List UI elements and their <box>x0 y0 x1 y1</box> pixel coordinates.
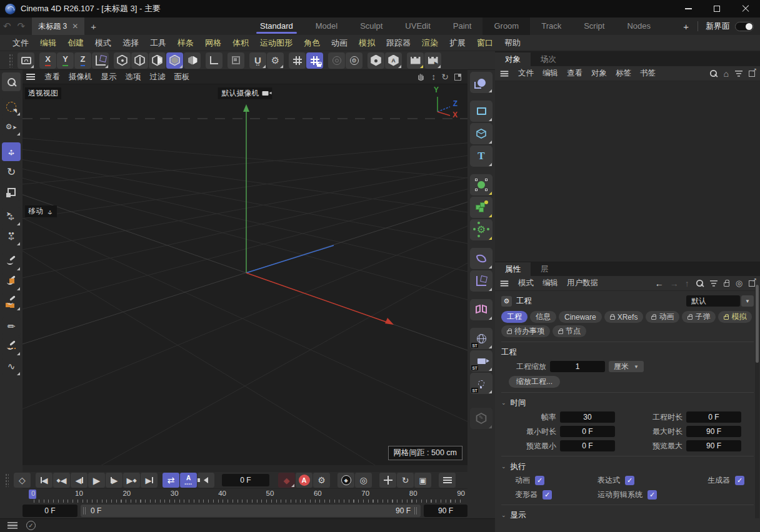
add-document-tab-button[interactable]: + <box>84 21 102 32</box>
project-scale-input[interactable]: 1 <box>550 361 605 372</box>
attr-track-icon[interactable]: ◎ <box>736 278 742 288</box>
viewport-canvas[interactable]: 透视视图 默认摄像机 Y Z X 移动 ↔↕ 网格间距 : 500 cm <box>22 84 468 465</box>
view-label[interactable]: 透视视图 <box>25 87 61 99</box>
next-key-button[interactable]: ▶◆ <box>123 473 140 488</box>
attribute-tab-XRefs[interactable]: XRefs <box>604 311 644 323</box>
lock-x-axis-button[interactable]: X <box>39 52 56 69</box>
attr-menu-icon[interactable] <box>501 280 509 286</box>
adjust-tool[interactable]: ⚙➤ <box>2 117 21 136</box>
record-button[interactable]: ◆ <box>278 473 295 488</box>
selection-move-tool[interactable]: ➤↔↕ <box>2 207 21 226</box>
next-frame-button[interactable]: ▶ <box>106 473 122 488</box>
menu-编辑[interactable]: 编辑 <box>35 37 61 49</box>
attribute-tab-节点[interactable]: 节点 <box>552 325 586 337</box>
panel-layout-icon[interactable] <box>454 74 461 81</box>
toolbar-grip[interactable] <box>9 54 12 67</box>
render-filter-button[interactable]: A <box>385 52 402 69</box>
checkbox-动画[interactable]: ✓ <box>535 476 544 485</box>
time-section-title[interactable]: ⌄时间 <box>501 397 754 409</box>
goto-end-button[interactable]: ▶ <box>141 473 158 488</box>
render-to-picture-viewer-button[interactable]: ▶ <box>424 52 441 69</box>
layout-tab-UVEdit[interactable]: UVEdit <box>394 17 441 35</box>
range-end-field[interactable]: 90 F <box>424 505 468 517</box>
loop-playback-button[interactable]: ⇄ <box>162 473 179 488</box>
menu-体积[interactable]: 体积 <box>228 37 254 49</box>
move-tool[interactable]: ↔↕ <box>2 142 21 161</box>
key-scale-button[interactable]: ▣ <box>414 473 431 488</box>
viewport-solo-button[interactable] <box>18 52 34 69</box>
viewport-menu-查看[interactable]: 查看 <box>40 72 64 82</box>
checkbox-生成器[interactable]: ✓ <box>735 476 744 485</box>
preset-dropdown[interactable]: 默认 <box>686 295 740 307</box>
autokey-mode-button[interactable]: ◎ <box>355 473 372 488</box>
checkbox-运动剪辑系统[interactable]: ✓ <box>648 490 657 500</box>
autokey-button[interactable]: A <box>296 473 312 488</box>
axis-mode-button[interactable] <box>206 52 222 69</box>
attribute-tab-模拟[interactable]: 模拟 <box>718 311 752 323</box>
object-mode-button[interactable] <box>184 52 201 69</box>
sky-object-button[interactable]: ST <box>470 328 492 349</box>
minimize-button[interactable] <box>674 0 702 17</box>
execution-section-title[interactable]: ⌄执行 <box>501 460 754 473</box>
key-rotation-button[interactable]: ↻ <box>397 473 414 488</box>
current-frame-field[interactable]: 0 F <box>222 474 269 486</box>
scale-project-button[interactable]: 缩放工程... <box>509 376 560 388</box>
menu-网格[interactable]: 网格 <box>200 37 226 49</box>
attr-menu-编辑[interactable]: 编辑 <box>538 278 562 288</box>
model-mode-button[interactable] <box>166 52 183 69</box>
preset-dropdown-arrow[interactable]: ▼ <box>741 295 754 307</box>
polygons-mode-button[interactable] <box>149 52 166 69</box>
spline-arc-tool[interactable] <box>2 337 21 356</box>
lock-z-axis-button[interactable]: Z <box>74 52 91 69</box>
layout-tab-Nodes[interactable]: Nodes <box>616 17 662 35</box>
menu-模式[interactable]: 模式 <box>90 37 116 49</box>
preview-min-input[interactable]: 0 F <box>560 440 615 451</box>
menu-渲染[interactable]: 渲染 <box>417 37 443 49</box>
menu-扩展[interactable]: 扩展 <box>444 37 471 49</box>
menu-样条[interactable]: 样条 <box>172 37 199 49</box>
maximize-button[interactable] <box>702 0 731 17</box>
attribute-tab-工程[interactable]: 工程 <box>501 311 528 323</box>
attribute-tab-信息[interactable]: 信息 <box>530 311 556 323</box>
attr-menu-模式[interactable]: 模式 <box>514 278 538 288</box>
spline-pen-tool[interactable] <box>2 252 21 271</box>
object-tree[interactable] <box>495 81 760 262</box>
playback-range-button[interactable]: A▪▪▪▪ <box>180 473 197 488</box>
menu-创建[interactable]: 创建 <box>62 37 89 49</box>
viewport-menu-选项[interactable]: 选项 <box>121 72 146 82</box>
new-ui-toggle[interactable] <box>735 22 754 31</box>
checkbox-表达式[interactable]: ✓ <box>625 476 634 485</box>
unit-dropdown[interactable]: 厘米 ▼ <box>609 361 644 372</box>
tab-objects[interactable]: 对象 <box>495 52 531 66</box>
attribute-tab-待办事项[interactable]: 待办事项 <box>501 325 550 337</box>
symmetry-object-button[interactable] <box>470 299 492 320</box>
scrollbar-thumb[interactable] <box>756 285 759 363</box>
range-start-field[interactable]: 0 F <box>22 505 78 517</box>
display-filter-button[interactable] <box>368 52 384 69</box>
coordinate-system-button[interactable] <box>92 52 109 69</box>
render-view-button[interactable] <box>407 52 424 69</box>
key-position-button[interactable] <box>379 473 396 488</box>
undo-icon[interactable]: ↶ <box>0 21 14 32</box>
light-object-button[interactable]: ST <box>470 373 492 394</box>
axis-gizmo[interactable]: Y Z X <box>429 89 459 119</box>
mograph-cloner-button[interactable]: ⚙ <box>470 219 492 240</box>
viewport-splitter[interactable] <box>22 465 468 472</box>
attr-popout-icon[interactable] <box>749 280 755 287</box>
edges-mode-button[interactable] <box>131 52 148 69</box>
attribute-tab-动画[interactable]: 动画 <box>646 311 679 323</box>
scale-tool[interactable] <box>2 182 21 201</box>
lock-y-axis-button[interactable]: Y <box>57 52 74 69</box>
sketch-spline-tool[interactable] <box>2 272 21 291</box>
menu-动画[interactable]: 动画 <box>326 37 352 49</box>
viewport-menu-icon[interactable] <box>26 74 35 80</box>
tab-takes[interactable]: 场次 <box>531 52 566 66</box>
viewport-menu-过滤[interactable]: 过滤 <box>146 72 170 82</box>
attr-menu-用户数据[interactable]: 用户数据 <box>562 278 602 288</box>
quantize-button[interactable]: ⚙ <box>267 52 284 69</box>
solo-single-button[interactable] <box>328 52 345 69</box>
camera-label[interactable]: 默认摄像机 <box>218 87 272 99</box>
layout-tab-Script[interactable]: Script <box>572 17 616 35</box>
layout-tab-Standard[interactable]: Standard <box>249 17 304 35</box>
attr-filter-icon[interactable] <box>710 280 718 287</box>
